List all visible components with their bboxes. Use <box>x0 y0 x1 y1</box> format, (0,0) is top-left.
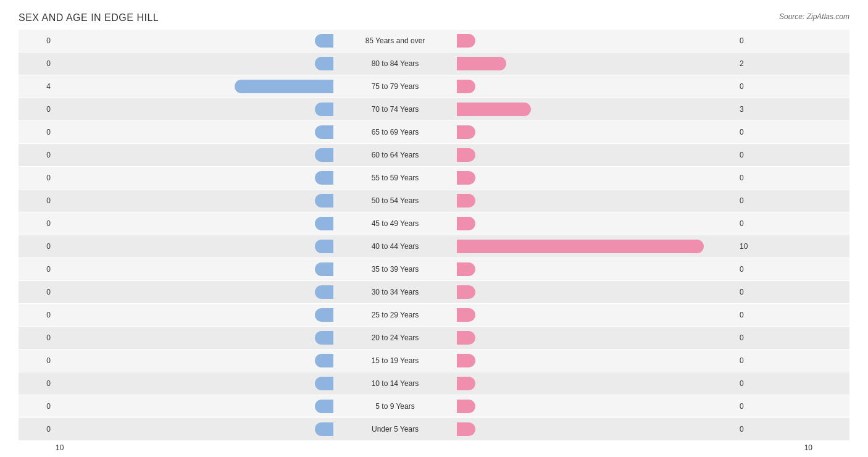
table-row: 0 20 to 24 Years 0 <box>19 327 849 349</box>
female-bar-section <box>457 171 735 185</box>
male-bar-section <box>56 103 333 116</box>
male-bar <box>315 262 333 276</box>
female-value: 0 <box>735 333 772 342</box>
male-bar-section <box>56 400 333 413</box>
female-bar-section <box>457 262 735 276</box>
male-value: 0 <box>19 288 56 296</box>
female-bar <box>457 57 506 70</box>
table-row: 4 75 to 79 Years 0 <box>19 75 849 98</box>
male-bar <box>315 400 333 413</box>
female-value: 0 <box>735 425 772 434</box>
female-value: 3 <box>735 105 772 114</box>
female-bar <box>457 354 475 367</box>
male-value: 0 <box>19 265 56 274</box>
female-bar-section <box>457 400 735 413</box>
age-label: 35 to 39 Years <box>333 265 457 274</box>
male-value: 0 <box>19 219 56 228</box>
age-label: 15 to 19 Years <box>333 356 457 365</box>
female-bar-section <box>457 308 735 322</box>
chart-title: SEX AND AGE IN EDGE HILL <box>19 12 849 23</box>
male-bar-section <box>56 171 333 185</box>
table-row: 0 5 to 9 Years 0 <box>19 395 849 417</box>
male-bar <box>235 80 333 93</box>
female-bar <box>457 80 475 93</box>
female-bar-section <box>457 331 735 345</box>
female-bar-section <box>457 148 735 162</box>
table-row: 0 65 to 69 Years 0 <box>19 121 849 143</box>
male-bar <box>315 103 333 116</box>
female-bar <box>457 103 531 116</box>
female-value: 0 <box>735 219 772 228</box>
female-bar-section <box>457 354 735 367</box>
female-bar <box>457 400 475 413</box>
chart-container: SEX AND AGE IN EDGE HILL Source: ZipAtla… <box>0 0 868 457</box>
table-row: 0 35 to 39 Years 0 <box>19 258 849 280</box>
age-label: 85 Years and over <box>333 36 457 45</box>
female-value: 0 <box>735 265 772 274</box>
age-label: 40 to 44 Years <box>333 242 457 251</box>
male-bar <box>315 217 333 230</box>
table-row: 0 55 to 59 Years 0 <box>19 167 849 189</box>
female-value: 0 <box>735 402 772 411</box>
male-bar-section <box>56 240 333 253</box>
male-value: 4 <box>19 82 56 91</box>
male-bar-section <box>56 80 333 93</box>
table-row: 0 30 to 34 Years 0 <box>19 281 849 303</box>
age-label: 5 to 9 Years <box>333 402 457 411</box>
male-value: 0 <box>19 151 56 159</box>
age-label: 45 to 49 Years <box>333 219 457 228</box>
table-row: 0 10 to 14 Years 0 <box>19 372 849 395</box>
chart-rows: 0 85 Years and over 0 0 80 to 84 Years 2… <box>19 30 849 441</box>
table-row: 0 70 to 74 Years 3 <box>19 98 849 120</box>
male-bar-section <box>56 285 333 299</box>
age-label: 65 to 69 Years <box>333 128 457 136</box>
female-bar-section <box>457 377 735 390</box>
female-bar-section <box>457 285 735 299</box>
table-row: 0 25 to 29 Years 0 <box>19 304 849 326</box>
age-label: 70 to 74 Years <box>333 105 457 114</box>
male-value: 0 <box>19 128 56 136</box>
table-row: 0 80 to 84 Years 2 <box>19 52 849 75</box>
male-bar <box>315 148 333 162</box>
male-value: 0 <box>19 333 56 342</box>
female-bar-section <box>457 194 735 208</box>
axis-left-label: 10 <box>56 443 64 452</box>
female-bar-section <box>457 125 735 139</box>
age-label: Under 5 Years <box>333 425 457 434</box>
female-value: 0 <box>735 36 772 45</box>
male-bar-section <box>56 262 333 276</box>
male-bar-section <box>56 34 333 48</box>
male-bar <box>315 285 333 299</box>
chart-area: 0 85 Years and over 0 0 80 to 84 Years 2… <box>19 30 849 441</box>
female-bar <box>457 422 475 436</box>
age-label: 75 to 79 Years <box>333 82 457 91</box>
male-bar-section <box>56 422 333 436</box>
table-row: 0 15 to 19 Years 0 <box>19 350 849 372</box>
female-bar <box>457 331 475 345</box>
male-bar-section <box>56 331 333 345</box>
male-value: 0 <box>19 36 56 45</box>
male-bar-section <box>56 354 333 367</box>
female-value: 10 <box>735 242 772 251</box>
female-bar-section <box>457 240 735 253</box>
table-row: 0 Under 5 Years 0 <box>19 418 849 440</box>
male-bar-section <box>56 308 333 322</box>
female-value: 0 <box>735 82 772 91</box>
male-bar <box>315 377 333 390</box>
female-value: 0 <box>735 356 772 365</box>
female-bar <box>457 148 475 162</box>
female-bar-section <box>457 103 735 116</box>
female-bar-section <box>457 217 735 230</box>
male-bar <box>315 125 333 139</box>
male-value: 0 <box>19 425 56 434</box>
age-label: 20 to 24 Years <box>333 333 457 342</box>
female-bar-section <box>457 34 735 48</box>
male-bar <box>315 34 333 48</box>
male-bar <box>315 331 333 345</box>
male-bar-section <box>56 57 333 70</box>
female-bar <box>457 34 475 48</box>
male-bar-section <box>56 217 333 230</box>
female-value: 0 <box>735 196 772 205</box>
female-bar <box>457 171 475 185</box>
male-bar <box>315 354 333 367</box>
